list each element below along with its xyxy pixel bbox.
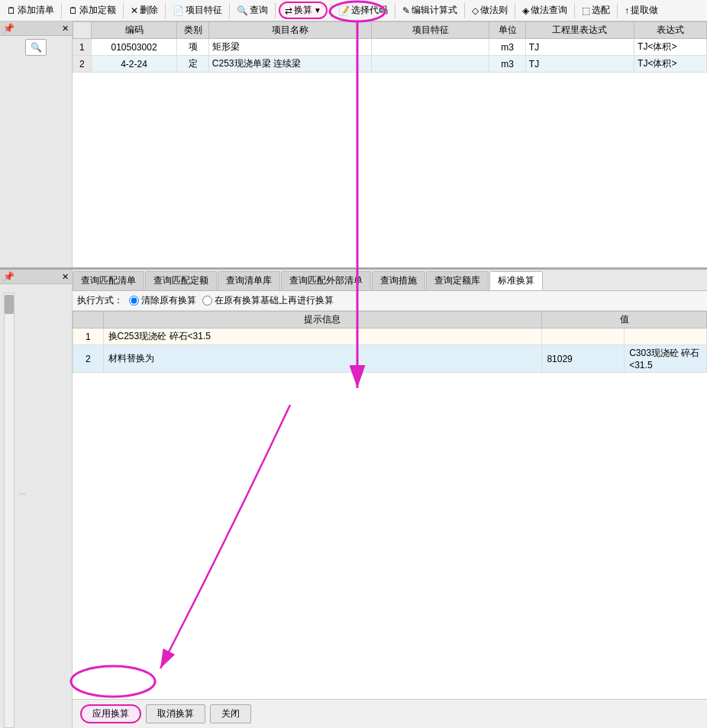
separator-10 (574, 3, 575, 18)
separator-1 (61, 3, 62, 18)
table-header-row: 编码 类别 项目名称 项目特征 单位 工程里表达式 表达式 (73, 22, 707, 39)
lower-table-row[interactable]: 2 材料替换为 81029 C303现浇砼 碎石<31.5 (73, 345, 707, 373)
lower-header-row: 提示信息 值 (73, 312, 707, 328)
lower-row-1-extra (625, 328, 707, 345)
lower-row-1-val (542, 328, 625, 345)
item-feature-button[interactable]: 📄 项目特征 (169, 2, 226, 18)
hints-table: 提示信息 值 1 换C253现浇砼 碎石<31.5 2 材料替换为 8 (73, 311, 707, 373)
exec-mode-label: 执行方式： (77, 294, 123, 307)
col-header-code: 编码 (91, 22, 177, 39)
tab-match-quota[interactable]: 查询匹配定额 (145, 271, 217, 290)
apply-calc-button[interactable]: 应用换算 (80, 704, 141, 723)
main-toolbar: 🗒 添加清单 🗒 添加定额 ✕ 删除 📄 项目特征 🔍 查询 ⇄ 换算 ▼ 📝 … (0, 0, 707, 21)
lower-area: 📌 ✕ ··· 查询匹配清单 查询匹配定额 查询清单库 查询匹配外部清单 查询措… (0, 270, 707, 728)
radio-add-input[interactable] (202, 296, 212, 306)
upper-grid: 编码 类别 项目名称 项目特征 单位 工程里表达式 表达式 1 01050300… (73, 21, 707, 267)
exec-mode-bar: 执行方式： 清除原有换算 在原有换算基础上再进行换算 (73, 291, 707, 311)
radio-clear-calc[interactable]: 清除原有换算 (129, 294, 196, 307)
do-method-button[interactable]: ◇ 做法则 (468, 2, 512, 18)
close-panel-icon[interactable]: ✕ (62, 24, 69, 34)
edit-formula-icon: ✎ (402, 5, 410, 16)
table-row[interactable]: 1 010503002 项 矩形梁 m3 TJ TJ<体积> (73, 39, 707, 56)
lower-pin-bar: 📌 ✕ (0, 270, 72, 284)
row-1-expr: TJ (525, 39, 634, 56)
radio-add-label: 在原有换算基础上再进行换算 (215, 294, 334, 307)
do-query-button[interactable]: ◈ 做法查询 (518, 2, 571, 18)
row-1-name: 矩形梁 (208, 39, 371, 56)
row-1-expr2: TJ<体积> (634, 39, 707, 56)
upper-area: 📌 ✕ 🔍 编码 类别 项目名称 项目特征 单位 工程里表达式 表达式 (0, 21, 707, 270)
lower-row-2-extra: C303现浇砼 碎石<31.5 (625, 345, 707, 373)
tab-query-quota[interactable]: 查询定额库 (426, 271, 489, 290)
separator-5 (275, 3, 276, 18)
row-1-unit: m3 (489, 39, 525, 56)
separator-8 (464, 3, 465, 18)
row-1-feature (372, 39, 489, 56)
lower-col-val-header: 值 (542, 312, 707, 328)
search-button[interactable]: 🔍 (25, 39, 47, 56)
lower-row-2-num: 2 (73, 345, 104, 373)
query-button[interactable]: 🔍 查询 (233, 2, 272, 18)
close-button[interactable]: 关闭 (210, 704, 251, 723)
lower-left-panel: 📌 ✕ ··· (0, 270, 73, 728)
do-method-icon: ◇ (472, 5, 479, 16)
cancel-calc-button[interactable]: 取消换算 (146, 704, 205, 723)
tab-standard-calc[interactable]: 标准换算 (489, 271, 543, 290)
lower-row-1-hint: 换C253现浇砼 碎石<31.5 (103, 328, 542, 345)
select-code-button[interactable]: 📝 选择代码 (334, 2, 392, 18)
col-header-feature: 项目特征 (372, 22, 489, 39)
col-header-type: 类别 (177, 22, 209, 39)
tab-query-measures[interactable]: 查询措施 (372, 271, 425, 290)
row-1-code: 010503002 (91, 39, 177, 56)
query-icon: 🔍 (237, 5, 248, 16)
col-header-expr: 工程里表达式 (525, 22, 634, 39)
tabs-bar: 查询匹配清单 查询匹配定额 查询清单库 查询匹配外部清单 查询措施 查询定额库 … (73, 270, 707, 291)
tab-match-list[interactable]: 查询匹配清单 (73, 271, 144, 290)
separator-2 (123, 3, 124, 18)
radio-clear-input[interactable] (129, 296, 139, 306)
bottom-buttons: 应用换算 取消换算 关闭 (73, 699, 707, 728)
pin-icon[interactable]: 📌 (3, 23, 15, 34)
table-row[interactable]: 2 4-2-24 定 C253现浇单梁 连续梁 m3 TJ TJ<体积> (73, 56, 707, 73)
calculate-button[interactable]: ⇄ 换算 ▼ (279, 2, 328, 19)
item-feature-icon: 📄 (173, 5, 184, 16)
scrollbar-thumb[interactable] (5, 295, 14, 314)
lower-row-1-num: 1 (73, 328, 104, 345)
lower-col-num-header (73, 312, 104, 328)
extract-icon: ↑ (625, 5, 629, 16)
extract-button[interactable]: ↑ 提取做 (621, 2, 662, 18)
lower-row-2-hint: 材料替换为 (103, 345, 542, 373)
row-1-num: 1 (73, 39, 92, 56)
lower-pin-icon[interactable]: 📌 (3, 271, 15, 282)
delete-button[interactable]: ✕ 删除 (127, 2, 162, 18)
select-code-icon: 📝 (338, 5, 350, 16)
do-query-icon: ◈ (522, 5, 529, 16)
left-panel: 📌 ✕ 🔍 (0, 21, 73, 267)
lower-grid: 提示信息 值 1 换C253现浇砼 碎石<31.5 2 材料替换为 8 (73, 311, 707, 699)
items-table: 编码 类别 项目名称 项目特征 单位 工程里表达式 表达式 1 01050300… (73, 21, 707, 73)
add-quota-button[interactable]: 🗒 添加定额 (65, 2, 120, 18)
tab-query-list[interactable]: 查询清单库 (218, 271, 280, 290)
separator-11 (617, 3, 618, 18)
row-2-unit: m3 (489, 56, 525, 73)
tab-match-outside[interactable]: 查询匹配外部清单 (281, 271, 371, 290)
row-2-num: 2 (73, 56, 92, 73)
lower-table-row[interactable]: 1 换C253现浇砼 碎石<31.5 (73, 328, 707, 345)
edit-formula-button[interactable]: ✎ 编辑计算式 (399, 2, 461, 18)
add-item-button[interactable]: 🗒 添加清单 (3, 2, 58, 18)
row-2-code: 4-2-24 (91, 56, 177, 73)
add-quota-icon: 🗒 (69, 5, 78, 16)
separator-4 (229, 3, 230, 18)
row-2-expr: TJ (525, 56, 634, 73)
radio-add-calc[interactable]: 在原有换算基础上再进行换算 (202, 294, 334, 307)
lower-close-icon[interactable]: ✕ (62, 272, 69, 282)
col-header-expr2: 表达式 (634, 22, 707, 39)
separator-3 (165, 3, 166, 18)
separator-7 (395, 3, 395, 18)
row-2-name: C253现浇单梁 连续梁 (208, 56, 371, 73)
search-icon: 🔍 (31, 42, 42, 53)
select2-button[interactable]: ⬚ 选配 (578, 2, 614, 18)
scroll-indicator: ··· (19, 490, 25, 498)
dropdown-arrow-icon: ▼ (314, 6, 321, 15)
pin-bar: 📌 ✕ (0, 21, 72, 36)
